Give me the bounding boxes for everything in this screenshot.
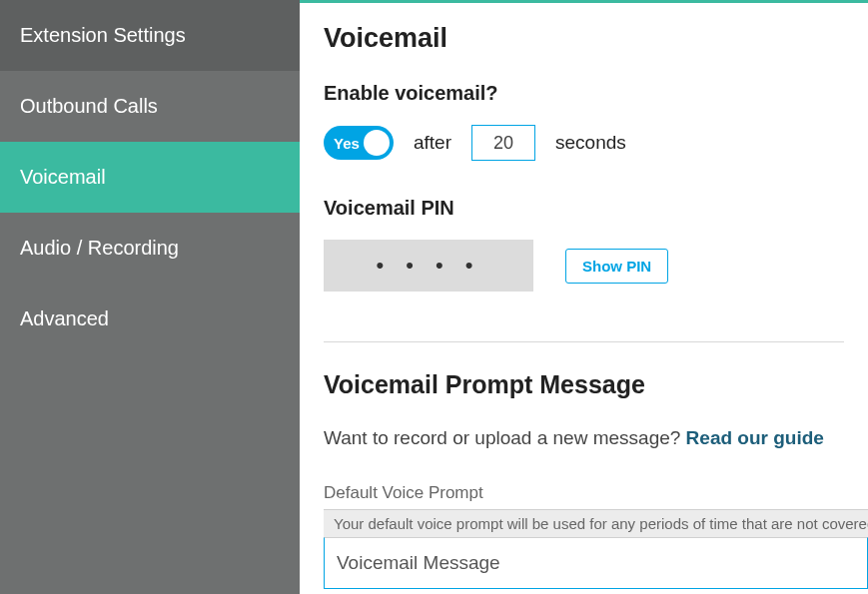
sidebar-item-label: Advanced xyxy=(20,307,109,329)
voicemail-message-select[interactable]: Voicemail Message xyxy=(324,537,868,589)
sidebar-item-audio-recording[interactable]: Audio / Recording xyxy=(0,213,300,284)
pin-display: • • • • xyxy=(324,240,533,292)
voicemail-prompt-title: Voicemail Prompt Message xyxy=(324,370,868,399)
prompt-help-text: Want to record or upload a new message? … xyxy=(324,427,868,449)
voicemail-select-value: Voicemail Message xyxy=(337,552,500,573)
read-guide-link[interactable]: Read our guide xyxy=(686,427,824,448)
sidebar-item-label: Audio / Recording xyxy=(20,237,179,259)
enable-voicemail-row: Yes after seconds xyxy=(324,125,868,161)
prompt-text-prefix: Want to record or upload a new message? xyxy=(324,427,686,448)
after-label: after xyxy=(414,132,451,154)
voicemail-pin-row: • • • • Show PIN xyxy=(324,240,868,292)
sidebar-item-label: Voicemail xyxy=(20,166,106,188)
seconds-input[interactable] xyxy=(471,125,535,161)
toggle-text: Yes xyxy=(334,135,360,152)
enable-voicemail-label: Enable voicemail? xyxy=(324,82,868,105)
sidebar: Extension Settings Outbound Calls Voicem… xyxy=(0,0,300,594)
default-voice-prompt-label: Default Voice Prompt xyxy=(324,483,868,503)
voicemail-toggle[interactable]: Yes xyxy=(324,126,394,160)
seconds-label: seconds xyxy=(555,132,626,154)
voicemail-pin-label: Voicemail PIN xyxy=(324,197,868,220)
show-pin-button[interactable]: Show PIN xyxy=(565,249,668,284)
main-content: Voicemail Enable voicemail? Yes after se… xyxy=(300,0,868,594)
page-title: Voicemail xyxy=(324,23,868,54)
toggle-knob xyxy=(364,130,390,156)
sidebar-item-label: Outbound Calls xyxy=(20,95,158,117)
sidebar-item-voicemail[interactable]: Voicemail xyxy=(0,142,300,213)
sidebar-item-outbound-calls[interactable]: Outbound Calls xyxy=(0,71,300,142)
sidebar-item-extension-settings[interactable]: Extension Settings xyxy=(0,0,300,71)
sidebar-item-label: Extension Settings xyxy=(20,24,186,46)
sidebar-item-advanced[interactable]: Advanced xyxy=(0,284,300,354)
default-voice-prompt-info: Your default voice prompt will be used f… xyxy=(324,509,868,537)
divider xyxy=(324,341,844,342)
